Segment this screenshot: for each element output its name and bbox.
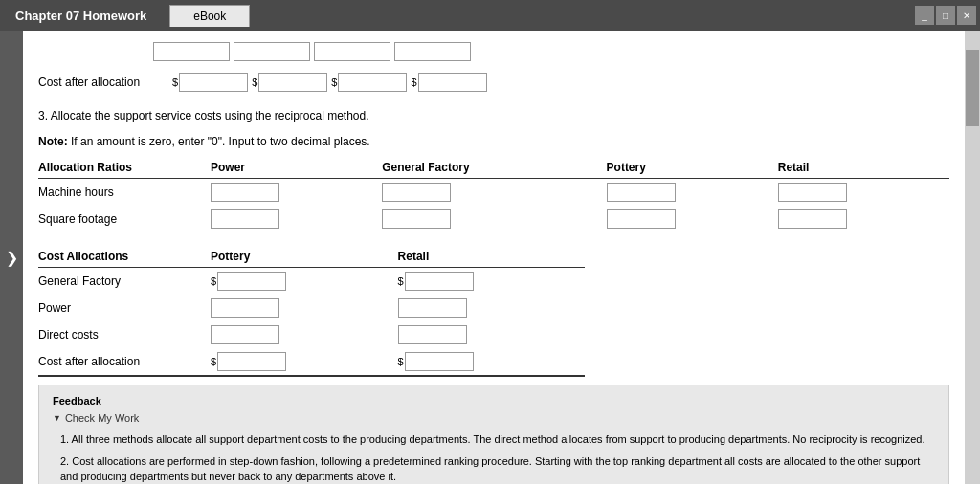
feedback-box: Feedback Check My Work 1. All three meth…: [38, 385, 949, 484]
cost-after-dollar-4: $: [411, 73, 486, 92]
cost-alloc-title: Cost Allocations: [38, 248, 211, 268]
square-footage-retail: [778, 206, 949, 232]
scroll-thumb[interactable]: [966, 50, 979, 126]
table-row: Machine hours: [38, 179, 949, 207]
top-input-2[interactable]: [234, 42, 310, 61]
check-my-work[interactable]: Check My Work: [53, 412, 935, 424]
alloc-col-genfactory: General Factory: [382, 159, 606, 179]
cost-after-dollar-1: $: [172, 73, 248, 92]
gf-pottery-dollar: $: [211, 272, 394, 291]
alloc-col-power: Power: [211, 159, 382, 179]
note-bold: Note:: [38, 135, 68, 148]
mh-pottery-input[interactable]: [607, 183, 676, 202]
table-row: General Factory $ $: [38, 268, 585, 296]
cost-after-input-3[interactable]: [338, 73, 407, 92]
cost-after-retail: $: [398, 348, 586, 376]
cost-alloc-retail: Retail: [398, 248, 586, 268]
feedback-items: 1. All three methods allocate all suppor…: [53, 431, 935, 484]
dollar-sign-2: $: [252, 77, 257, 88]
dollar-sign-1: $: [172, 77, 178, 88]
gf-pottery-input[interactable]: [217, 272, 286, 291]
app-container: Chapter 07 Homework eBook _ □ ✕ ❯ Cost a…: [0, 0, 980, 484]
sf-pottery-input[interactable]: [607, 209, 676, 229]
gen-factory-label: General Factory: [38, 268, 211, 296]
top-input-1[interactable]: [153, 42, 230, 61]
square-footage-pottery: [607, 206, 778, 232]
mh-gf-input[interactable]: [382, 183, 451, 202]
top-inputs-row: [38, 42, 949, 61]
direct-retail-input[interactable]: [398, 325, 467, 344]
sf-gf-input[interactable]: [382, 209, 451, 229]
cost-after-allocation-row: Cost after allocation $ $ $: [38, 73, 949, 92]
alloc-col-pottery: Pottery: [607, 159, 778, 179]
cost-after-input-4[interactable]: [418, 73, 487, 92]
square-footage-gf: [382, 206, 606, 232]
tab-bar: eBook: [169, 5, 250, 27]
feedback-item-2: 2. Cost allocations are performed in ste…: [60, 453, 935, 484]
sf-retail-input[interactable]: [778, 209, 847, 229]
ca-pottery-dollar: $: [211, 352, 394, 371]
maximize-button[interactable]: □: [936, 6, 955, 25]
machine-hours-label: Machine hours: [38, 179, 211, 207]
content-area: Cost after allocation $ $ $: [23, 31, 965, 484]
cost-after-input-1[interactable]: [179, 73, 248, 92]
gf-retail-input[interactable]: [405, 272, 474, 291]
power-pottery-input[interactable]: [211, 298, 279, 318]
alloc-col-retail: Retail: [778, 159, 949, 179]
power-retail: [398, 295, 586, 321]
table-row: Power: [38, 295, 585, 321]
top-input-3[interactable]: [314, 42, 390, 61]
dollar-sign-4: $: [411, 77, 416, 88]
section3-heading: 3. Allocate the support service costs us…: [38, 107, 949, 125]
cost-after-alloc-label: Cost after allocation: [38, 348, 211, 376]
machine-hours-gf: [382, 179, 606, 207]
direct-costs-pottery: [211, 321, 398, 348]
dollar-sign-3: $: [331, 77, 337, 88]
cost-allocations-table: Cost Allocations Pottery Retail General …: [38, 248, 585, 377]
cost-alloc-pottery: Pottery: [211, 248, 398, 268]
title-bar: Chapter 07 Homework eBook _ □ ✕: [0, 0, 980, 31]
title-bar-text: Chapter 07 Homework: [0, 9, 162, 23]
cost-after-dollar-2: $: [252, 73, 327, 92]
square-footage-label: Square footage: [38, 206, 211, 232]
allocation-ratios-table: Allocation Ratios Power General Factory …: [38, 159, 949, 232]
direct-costs-label: Direct costs: [38, 321, 211, 348]
cost-after-input-2[interactable]: [258, 73, 327, 92]
ca-retail-input[interactable]: [405, 352, 474, 371]
feedback-title: Feedback: [53, 395, 935, 407]
ca-retail-dollar: $: [398, 352, 582, 371]
nav-arrow-left[interactable]: ❯: [0, 31, 23, 484]
square-footage-power: [211, 206, 382, 232]
sf-power-input[interactable]: [211, 209, 279, 229]
cost-after-dollar-3: $: [331, 73, 407, 92]
table-row: Direct costs: [38, 321, 585, 348]
mh-retail-input[interactable]: [778, 183, 847, 202]
scrollbar[interactable]: [965, 31, 980, 484]
machine-hours-retail: [778, 179, 949, 207]
power-pottery: [211, 295, 398, 321]
feedback-item-1: 1. All three methods allocate all suppor…: [60, 431, 935, 448]
section3-note: Note: If an amount is zero, enter "0". I…: [38, 133, 949, 151]
table-row: Square footage: [38, 206, 949, 232]
top-input-4[interactable]: [394, 42, 471, 61]
cost-after-inputs: $ $ $ $: [172, 73, 487, 92]
cost-after-pottery: $: [211, 348, 398, 376]
gf-retail-dollar: $: [398, 272, 582, 291]
ebook-tab[interactable]: eBook: [169, 5, 250, 27]
main-area: ❯ Cost after allocation $ $: [0, 31, 980, 484]
minimize-button[interactable]: _: [915, 6, 934, 25]
cost-after-label: Cost after allocation: [38, 76, 172, 89]
direct-pottery-input[interactable]: [211, 325, 279, 344]
alloc-col-label: Allocation Ratios: [38, 159, 211, 179]
window-controls: _ □ ✕: [915, 6, 980, 25]
close-button[interactable]: ✕: [957, 6, 976, 25]
machine-hours-power: [211, 179, 382, 207]
mh-power-input[interactable]: [211, 183, 279, 202]
power-retail-input[interactable]: [398, 298, 467, 318]
direct-costs-retail: [398, 321, 586, 348]
ca-pottery-input[interactable]: [217, 352, 286, 371]
gen-factory-retail: $: [398, 268, 586, 296]
gen-factory-pottery: $: [211, 268, 398, 296]
machine-hours-pottery: [607, 179, 778, 207]
cost-after-total-row: Cost after allocation $ $: [38, 348, 585, 376]
